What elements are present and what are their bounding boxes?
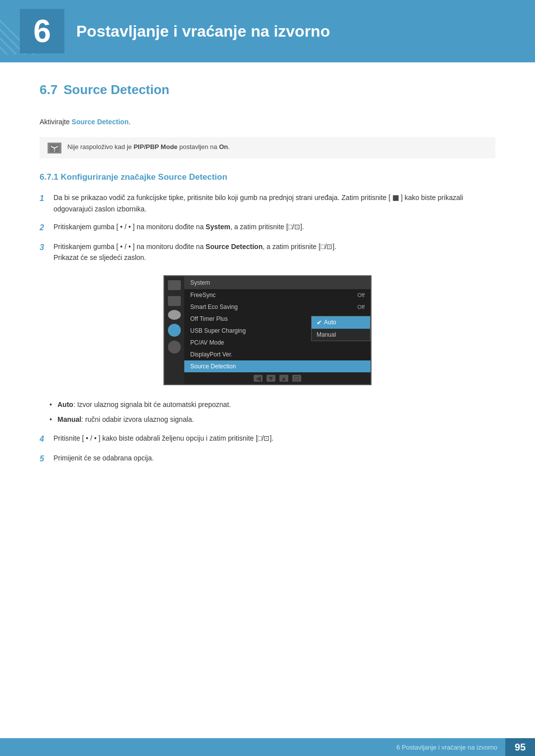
monitor-wrapper: Decide how input sources will be detecte… bbox=[163, 275, 372, 385]
menu-dpver-label: DisplayPort Ver. bbox=[190, 351, 232, 358]
bullet-manual-bold: Manual bbox=[57, 415, 81, 423]
menu-smarteco: Smart Eco Saving Off bbox=[184, 301, 371, 313]
submenu-manual: Manual bbox=[312, 329, 370, 341]
note-svg bbox=[49, 144, 60, 152]
menu-freesync: FreeSync Off bbox=[184, 289, 371, 301]
menu-sourcedetect: Source Detection bbox=[184, 360, 371, 372]
monitor-display: System FreeSync Off Smart Eco Saving Off… bbox=[163, 275, 372, 385]
step-2-bold: System bbox=[206, 223, 230, 231]
step-3-num: 3 bbox=[40, 241, 54, 254]
section-title: Source Detection bbox=[63, 82, 169, 97]
bullet-auto-bold: Auto bbox=[57, 401, 73, 408]
step-4: 4 Pritisnite [ • / • ] kako biste odabra… bbox=[40, 433, 495, 446]
bullet-list: Auto: Izvor ulaznog signala bit će autom… bbox=[50, 399, 495, 425]
sidebar-icon-info bbox=[168, 341, 181, 353]
step-5: 5 Primijenit će se odabrana opcija. bbox=[40, 453, 495, 465]
subsection-heading: 6.7.1 Konfiguriranje značajke Source Det… bbox=[40, 172, 495, 182]
step-1-content: Da bi se prikazao vodič za funkcijske ti… bbox=[54, 192, 495, 214]
menu-smarteco-value: Off bbox=[358, 304, 365, 310]
subsection-number: 6.7.1 bbox=[40, 172, 58, 182]
menu-title: System bbox=[190, 279, 210, 286]
submenu-auto-label: Auto bbox=[324, 319, 336, 326]
menu-usbcharging-label: USB Super Charging bbox=[190, 327, 246, 334]
bullet-manual-text: : ručni odabir izvora ulaznog signala. bbox=[81, 415, 194, 423]
svg-point-2 bbox=[54, 151, 55, 151]
step-4-content: Pritisnite [ • / • ] kako biste odabrali… bbox=[54, 433, 495, 444]
intro-text-after: . bbox=[129, 118, 131, 126]
note-icon bbox=[48, 143, 61, 153]
chapter-number-box: 6 bbox=[20, 9, 64, 53]
subsection-title: Konfiguriranje značajke Source Detection bbox=[61, 172, 227, 182]
sidebar-icon-2 bbox=[168, 296, 181, 306]
monitor-container: Decide how input sources will be detecte… bbox=[40, 275, 495, 385]
chapter-title: Postavljanje i vraćanje na izvorno bbox=[76, 22, 330, 41]
menu-smarteco-label: Smart Eco Saving bbox=[190, 303, 238, 310]
nav-btn-down: ▼ bbox=[267, 375, 275, 382]
step-2-content: Pritiskanjem gumba [ • / • ] na monitoru… bbox=[54, 221, 495, 232]
intro-bold: Source Detection bbox=[72, 118, 129, 126]
note-middle: postavljen na bbox=[177, 143, 219, 151]
footer-page-number: 95 bbox=[505, 738, 535, 756]
note-box: Nije raspoloživo kad je PIP/PBP Mode pos… bbox=[40, 137, 495, 158]
step-2-num: 2 bbox=[40, 221, 54, 234]
note-after: . bbox=[228, 143, 230, 151]
menu-freesync-value: Off bbox=[358, 292, 365, 298]
sidebar-icon-3 bbox=[168, 310, 181, 320]
footer-chapter-text: 6 Postavljanje i vraćanje na izvorno bbox=[396, 744, 497, 751]
step-3: 3 Pritiskanjem gumba [ • / • ] na monito… bbox=[40, 241, 495, 263]
steps-list: 1 Da bi se prikazao vodič za funkcijske … bbox=[40, 192, 495, 263]
note-bold2: On bbox=[219, 143, 228, 151]
menu-dpver: DisplayPort Ver. bbox=[184, 349, 371, 360]
checkmark-icon: ✔ bbox=[317, 319, 322, 326]
step-3-content: Pritiskanjem gumba [ • / • ] na monitoru… bbox=[54, 241, 495, 263]
section-number: 6.7 bbox=[40, 82, 57, 97]
step-3-bold: Source Detection bbox=[206, 243, 263, 251]
note-text: Nije raspoloživo kad je PIP/PBP Mode pos… bbox=[67, 142, 230, 152]
nav-btn-enter: ⊡ bbox=[292, 375, 301, 382]
step-5-content: Primijenit će se odabrana opcija. bbox=[54, 453, 495, 463]
submenu-auto: ✔ Auto bbox=[312, 316, 370, 329]
submenu: ✔ Auto Manual bbox=[311, 316, 371, 341]
section-heading: 6.7Source Detection bbox=[40, 82, 495, 101]
page-header: 6 Postavljanje i vraćanje na izvorno bbox=[0, 0, 535, 62]
step-5-num: 5 bbox=[40, 453, 54, 465]
step-1-icon: ▦ bbox=[390, 194, 401, 202]
menu-pcav-label: PC/AV Mode bbox=[190, 339, 224, 346]
monitor-nav-bar: ◀ ▼ ▲ ⊡ bbox=[184, 372, 371, 384]
menu-offtimer-label: Off Timer Plus bbox=[190, 315, 228, 322]
intro-text-before: Aktivirajte bbox=[40, 118, 72, 126]
step-4-num: 4 bbox=[40, 433, 54, 446]
menu-header: System bbox=[184, 276, 371, 289]
main-content: 6.7Source Detection Aktivirajte Source D… bbox=[0, 62, 535, 515]
steps-list-2: 4 Pritisnite [ • / • ] kako biste odabra… bbox=[40, 433, 495, 465]
submenu-manual-label: Manual bbox=[317, 331, 336, 338]
bullet-manual: Manual: ručni odabir izvora ulaznog sign… bbox=[50, 414, 495, 425]
note-bold1: PIP/PBP Mode bbox=[134, 143, 178, 151]
menu-freesync-label: FreeSync bbox=[190, 292, 215, 299]
bullet-auto-text: : Izvor ulaznog signala bit će automatsk… bbox=[73, 401, 231, 408]
monitor-sidebar bbox=[164, 276, 184, 384]
sidebar-icon-gear bbox=[168, 324, 181, 337]
step-1: 1 Da bi se prikazao vodič za funkcijske … bbox=[40, 192, 495, 214]
note-before: Nije raspoloživo kad je bbox=[67, 143, 134, 151]
intro-paragraph: Aktivirajte Source Detection. bbox=[40, 116, 495, 127]
page-footer: 6 Postavljanje i vraćanje na izvorno 95 bbox=[0, 738, 535, 756]
step-1-num: 1 bbox=[40, 192, 54, 205]
nav-btn-return: ▲ bbox=[279, 375, 288, 382]
menu-sourcedetect-label: Source Detection bbox=[190, 363, 236, 370]
chapter-number: 6 bbox=[33, 15, 51, 47]
nav-btn-left: ◀ bbox=[254, 375, 263, 382]
step-2: 2 Pritiskanjem gumba [ • / • ] na monito… bbox=[40, 221, 495, 234]
sidebar-icon-1 bbox=[168, 280, 181, 290]
bullet-auto: Auto: Izvor ulaznog signala bit će autom… bbox=[50, 399, 495, 410]
